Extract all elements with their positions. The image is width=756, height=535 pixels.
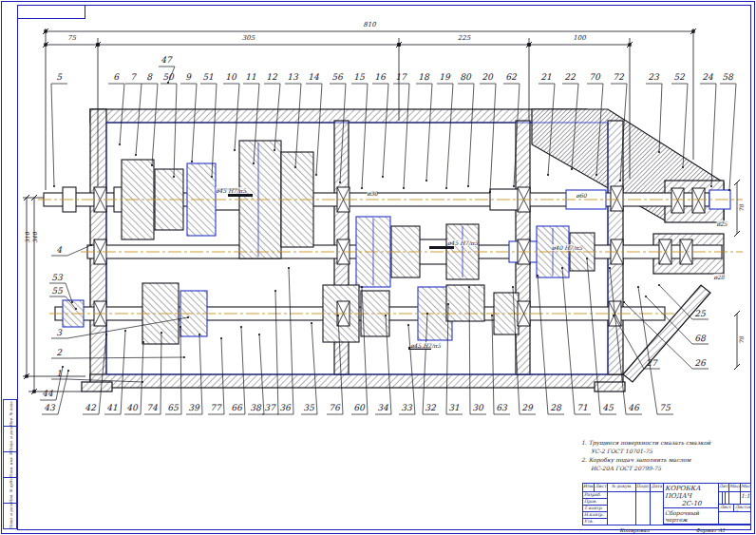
leader-dot — [361, 286, 363, 288]
title-block: Изм. Лист № докум. Подп. Дата Разраб. Пр… — [582, 483, 751, 525]
leader-dot — [513, 185, 515, 187]
leader-dot — [361, 187, 363, 189]
leader-line — [393, 84, 409, 188]
drawing-sheet: 810753052251003103407878ø45 Н7/п5ø30ø60ø… — [0, 0, 756, 535]
leader-dot — [191, 161, 193, 162]
dim-end — [397, 43, 400, 46]
leader-line — [458, 84, 474, 186]
leader-dot — [105, 334, 107, 335]
leader-line — [51, 84, 67, 186]
gear — [446, 285, 484, 321]
leader-dot — [161, 332, 162, 334]
dim-end — [32, 390, 35, 392]
tb-col-data: Дата — [651, 484, 664, 492]
leader-dot — [71, 301, 73, 303]
leader-dot — [595, 174, 597, 176]
part-name-line2: 2С-10 — [681, 500, 701, 507]
tb-mass-label: Масса — [729, 484, 741, 492]
tb-role-tkontr: Т.контр. — [583, 506, 608, 512]
bearing — [671, 188, 684, 213]
side-stamp-text: Подп. и дата — [8, 503, 12, 528]
tb-scale-label: Масштаб — [741, 484, 751, 492]
note-line: УС-2 ГОСТ 10701-75 — [591, 447, 743, 455]
tb-part-name: КОРОБКА ПОДАЧ 2С-10 — [664, 484, 719, 508]
side-stamp-text: Инв. № подл. — [8, 400, 12, 426]
side-stamp-cell: Взам. инв. № — [4, 451, 16, 478]
side-stamp-cell: Инв. № подл. — [4, 400, 16, 427]
leader-dot — [253, 162, 255, 164]
leader-line — [416, 84, 432, 181]
leader-line — [720, 84, 736, 190]
tb-org-cell — [719, 512, 751, 525]
side-stamp-text: Взам. инв. № — [8, 451, 12, 477]
tb-sheet-label: Лист — [719, 505, 734, 512]
note-line: 2. Коробку подач заполнить маслом — [581, 455, 743, 464]
tb-sheets-label: Листов 1 — [734, 505, 751, 512]
tb-role-nkontr: Н.контр. — [583, 512, 608, 519]
leader-line — [301, 323, 317, 414]
leader-line — [437, 84, 453, 188]
leader-line — [200, 84, 217, 177]
leader-dot — [426, 313, 428, 315]
leader-line — [161, 84, 177, 177]
leader-line — [372, 84, 388, 177]
tb-lit-label: Лит. — [719, 484, 729, 492]
leader-dot — [240, 326, 242, 328]
leader-dot — [547, 174, 549, 176]
leader-line — [159, 67, 175, 83]
tb-role-utv: Утв. — [583, 519, 608, 525]
tb-col-docnum: № докум. — [608, 484, 636, 492]
leader-dot — [489, 191, 491, 193]
footer-copy-label: Копировал — [619, 527, 650, 533]
leader-dot — [339, 182, 341, 183]
leader-dot — [385, 315, 387, 316]
leader-dot — [53, 185, 55, 187]
leader-line — [351, 84, 368, 188]
leader-dot — [561, 267, 563, 269]
tb-col-izm: Изм. — [583, 484, 595, 492]
leader-dot — [311, 322, 312, 324]
leader-dot — [198, 334, 200, 335]
tb-role-prov: Пров. — [583, 499, 608, 506]
dim-end — [628, 43, 631, 46]
leader-dot — [658, 151, 660, 153]
tb-docnum-cell — [608, 492, 636, 525]
leader-dot — [151, 164, 153, 166]
dim-end — [44, 43, 47, 46]
leader-dot — [234, 149, 236, 151]
leader-dot — [183, 356, 185, 358]
tb-scale-value: 1:1 — [741, 492, 751, 505]
leader-dot — [728, 189, 730, 191]
leader-dot — [382, 176, 384, 178]
side-stamp-cell: Подп. и дата — [4, 426, 16, 452]
side-stamp-text: Инв. № дубл. — [8, 477, 12, 503]
leader-line — [42, 371, 68, 414]
leader-dot — [658, 284, 660, 286]
tb-col-podp: Подп. — [636, 484, 651, 492]
leader-dot — [407, 324, 409, 326]
leader-dot — [124, 330, 126, 332]
technical-notes: 1. Трущиеся поверхности смазать смазкой … — [581, 438, 743, 472]
leader-dot — [187, 316, 189, 318]
side-stamp-text: Подп. и дата — [8, 426, 12, 451]
tb-mass-value — [729, 492, 741, 505]
leader-dot — [135, 154, 137, 156]
leader-dot — [623, 301, 625, 303]
leader-dot — [211, 176, 213, 178]
part-name-line1: КОРОБКА ПОДАЧ — [665, 485, 718, 500]
leader-dot — [491, 315, 493, 316]
leader-line — [538, 276, 564, 414]
note-line: 1. Трущиеся поверхности смазать смазкой — [581, 438, 743, 447]
footer-format-label: Формат A1 — [695, 527, 725, 533]
leader-dot — [537, 275, 539, 277]
leader-dot — [315, 174, 317, 176]
leader-line — [399, 325, 415, 414]
tb-col-list: Лист — [595, 484, 608, 492]
leader-dot — [619, 180, 621, 182]
leader-line — [40, 367, 63, 400]
leader-dot — [613, 315, 614, 316]
leader-dot — [90, 244, 92, 246]
leader-dot — [294, 166, 296, 168]
tb-data-cell — [651, 492, 664, 525]
leader-line — [104, 331, 125, 414]
